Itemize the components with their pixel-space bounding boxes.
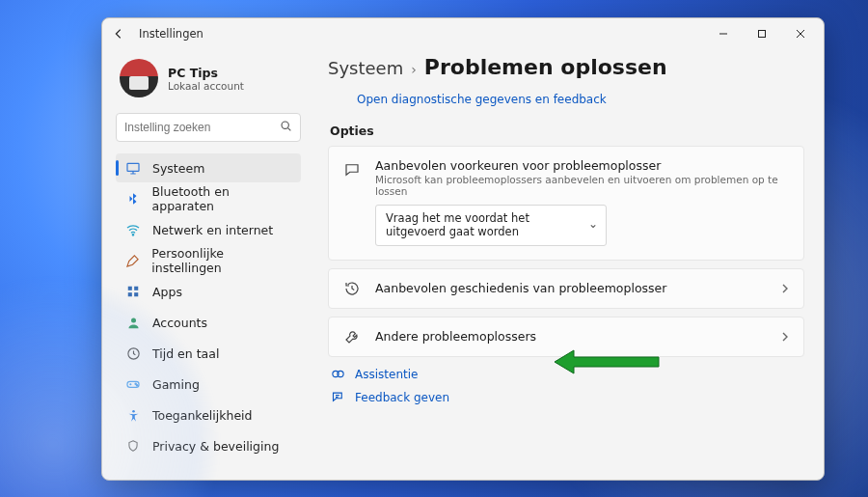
sidebar-item-wifi[interactable]: Netwerk en internet — [116, 215, 301, 244]
gaming-icon — [125, 376, 141, 392]
feedback-icon — [330, 390, 345, 405]
svg-rect-11 — [134, 292, 138, 296]
sidebar-item-accounts[interactable]: Accounts — [116, 308, 301, 337]
sidebar-item-label: Tijd en taal — [152, 346, 219, 361]
sidebar-item-label: Privacy & beveiliging — [152, 439, 279, 454]
sidebar-item-bluetooth[interactable]: Bluetooth en apparaten — [116, 184, 301, 213]
profile-name: PC Tips — [168, 66, 244, 80]
profile-block[interactable]: PC Tips Lokaal account — [116, 55, 301, 109]
card-other-troubleshooters[interactable]: Andere probleemoplossers — [328, 317, 804, 357]
sidebar-item-label: Toegankelijkheid — [152, 408, 253, 423]
card-recommended-history[interactable]: Aanbevolen geschiedenis van probleemoplo… — [328, 268, 804, 309]
chevron-right-icon — [780, 327, 790, 345]
help-link-label: Assistentie — [355, 368, 418, 381]
svg-rect-1 — [759, 31, 766, 38]
system-icon — [125, 160, 141, 176]
sidebar-item-system[interactable]: Systeem — [116, 153, 301, 182]
minimize-button[interactable] — [704, 20, 743, 47]
svg-rect-6 — [127, 163, 139, 171]
svg-point-12 — [131, 318, 136, 322]
dropdown-selected: Vraag het me voordat het uitgevoerd gaat… — [386, 211, 529, 238]
window-controls — [704, 20, 820, 47]
chevron-right-icon: › — [411, 62, 417, 77]
svg-rect-9 — [134, 287, 138, 290]
sidebar-item-personalize[interactable]: Persoonlijke instellingen — [116, 246, 301, 275]
svg-rect-14 — [127, 381, 139, 387]
wrench-icon — [342, 327, 362, 346]
card-title: Andere probleemoplossers — [375, 329, 767, 344]
card-title: Aanbevolen voorkeuren voor probleemoplos… — [375, 158, 790, 173]
diagnostic-feedback-link[interactable]: Open diagnostische gegevens en feedback — [357, 93, 607, 106]
help-link[interactable]: Assistentie — [330, 367, 804, 382]
sidebar-item-label: Systeem — [152, 161, 204, 176]
breadcrumb: Systeem › Problemen oplossen — [328, 55, 804, 79]
section-label-options: Opties — [330, 124, 804, 138]
svg-point-13 — [127, 347, 138, 358]
settings-window: Instellingen PC Tips Lokaal account — [101, 17, 825, 481]
search-icon — [280, 120, 292, 135]
search-input[interactable] — [124, 121, 280, 134]
accessibility-icon — [125, 407, 141, 423]
chevron-right-icon — [780, 279, 790, 297]
avatar — [120, 59, 158, 97]
titlebar: Instellingen — [102, 18, 824, 49]
card-recommended-preferences: Aanbevolen voorkeuren voor probleemoplos… — [328, 146, 804, 261]
help-icon — [330, 367, 345, 382]
accounts-icon — [125, 315, 141, 330]
sidebar-item-apps[interactable]: Apps — [116, 277, 301, 306]
sidebar-item-label: Bluetooth en apparaten — [152, 184, 291, 213]
page-title: Problemen oplossen — [424, 55, 667, 79]
bluetooth-icon — [125, 191, 141, 207]
nav-list: SysteemBluetooth en apparatenNetwerk en … — [116, 153, 301, 460]
chat-icon — [342, 160, 362, 179]
sidebar-item-label: Gaming — [152, 377, 200, 392]
privacy-icon — [125, 438, 141, 454]
back-button[interactable] — [112, 27, 125, 41]
svg-line-5 — [288, 128, 291, 131]
sidebar-item-label: Netwerk en internet — [152, 223, 273, 237]
search-box[interactable] — [116, 113, 301, 142]
svg-point-15 — [135, 383, 136, 384]
close-button[interactable] — [781, 20, 820, 47]
svg-point-7 — [132, 235, 133, 235]
wifi-icon — [125, 222, 141, 237]
main-content: Systeem › Problemen oplossen Open diagno… — [311, 49, 824, 480]
svg-point-17 — [132, 409, 135, 412]
svg-point-16 — [136, 385, 137, 386]
preferences-dropdown[interactable]: Vraag het me voordat het uitgevoerd gaat… — [375, 205, 607, 246]
sidebar-item-label: Persoonlijke instellingen — [151, 246, 291, 275]
feedback-link[interactable]: Feedback geven — [330, 390, 804, 405]
maximize-button[interactable] — [743, 20, 781, 47]
sidebar-item-time-lang[interactable]: Tijd en taal — [116, 339, 301, 368]
sidebar-item-label: Apps — [152, 285, 182, 299]
sidebar: PC Tips Lokaal account SysteemBluetooth … — [102, 49, 311, 480]
sidebar-item-gaming[interactable]: Gaming — [116, 370, 301, 399]
breadcrumb-parent[interactable]: Systeem — [328, 58, 403, 78]
profile-subtitle: Lokaal account — [168, 80, 244, 92]
svg-rect-8 — [128, 287, 132, 290]
personalize-icon — [125, 253, 140, 268]
svg-rect-10 — [128, 292, 132, 296]
window-title: Instellingen — [139, 27, 203, 41]
card-title: Aanbevolen geschiedenis van probleemoplo… — [375, 281, 767, 295]
sidebar-item-accessibility[interactable]: Toegankelijkheid — [116, 400, 301, 429]
card-subtitle: Microsoft kan probleemoplossers aanbevel… — [375, 174, 790, 197]
sidebar-item-privacy[interactable]: Privacy & beveiliging — [116, 431, 301, 460]
footer-links: Assistentie Feedback geven — [330, 367, 804, 405]
feedback-link-label: Feedback geven — [355, 391, 449, 404]
history-icon — [342, 279, 362, 298]
svg-point-4 — [282, 122, 288, 128]
sidebar-item-label: Accounts — [152, 316, 207, 330]
time-lang-icon — [125, 345, 141, 361]
apps-icon — [125, 284, 141, 299]
